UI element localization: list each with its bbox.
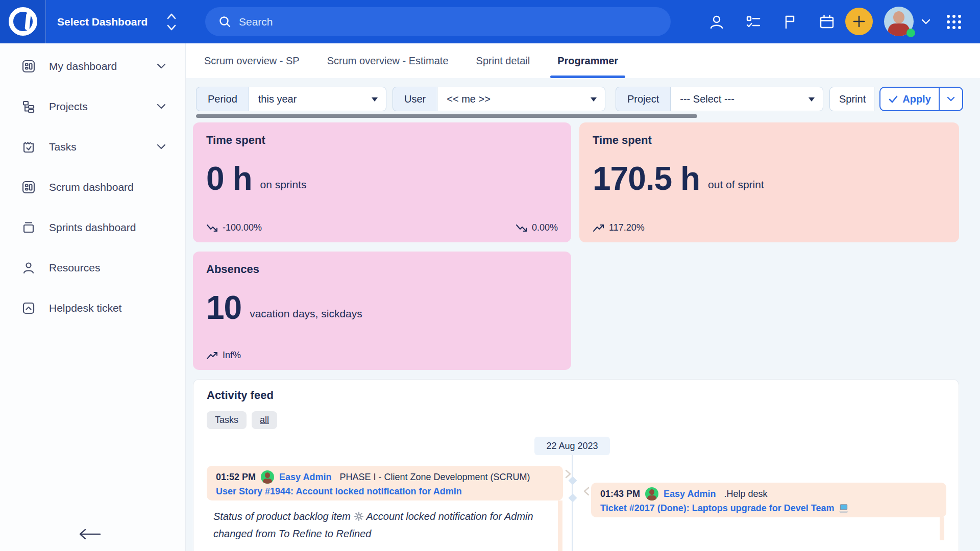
entry-avatar (261, 470, 274, 484)
tab-scrum-overview-estimate[interactable]: Scrum overview - Estimate (325, 43, 451, 78)
trend-indicator: Inf% (206, 350, 241, 361)
card-caption: out of sprint (708, 179, 764, 195)
entry-issue-link[interactable]: Ticket #2017 (Done): Laptops upgrade for… (600, 503, 937, 514)
card-title: Time spent (593, 134, 946, 147)
project-filter: Project --- Select --- (616, 87, 823, 111)
timeline-line (572, 454, 573, 551)
sprint-filter-label: Sprint (829, 87, 874, 111)
dashboard-icon (21, 59, 36, 73)
user-filter-select[interactable]: << me >> (437, 87, 605, 111)
trend-up-icon (593, 223, 606, 233)
card-title: Time spent (206, 134, 558, 147)
caret-down-icon (591, 97, 597, 102)
chip-tasks[interactable]: Tasks (207, 411, 247, 429)
card-value: 0 h (206, 162, 252, 195)
dashboard-selector[interactable]: Select Dashboard (57, 0, 148, 43)
sidebar-item-label: Helpdesk ticket (49, 302, 121, 314)
sidebar-item-label: My dashboard (49, 60, 117, 72)
online-status-dot (906, 29, 915, 37)
search-input[interactable] (239, 16, 596, 28)
tab-programmer[interactable]: Programmer (555, 43, 620, 78)
archive-icon (21, 220, 36, 235)
sidebar-item-helpdesk-ticket[interactable]: Helpdesk ticket (0, 291, 185, 324)
chevron-down-icon[interactable] (157, 144, 166, 150)
entry-time: 01:52 PM (216, 472, 256, 483)
period-filter-label: Period (196, 87, 249, 111)
sidebar-item-sprints-dashboard[interactable]: Sprints dashboard (0, 211, 185, 244)
dashboard-tabs: Scrum overview - SP Scrum overview - Est… (186, 43, 980, 78)
chevron-down-icon (947, 96, 955, 102)
project-filter-value: --- Select --- (680, 93, 734, 105)
check-icon (888, 94, 898, 104)
trend-down-icon (206, 223, 219, 233)
search-bar[interactable] (205, 7, 671, 36)
trend-down-icon (516, 223, 529, 233)
search-icon (218, 15, 232, 29)
collapse-sidebar-icon[interactable] (77, 528, 102, 541)
sidebar-item-label: Tasks (49, 141, 77, 153)
time-spent-sprints-card: Time spent 0 h on sprints -100.00% 0.00% (193, 122, 571, 242)
apply-options-button[interactable] (939, 88, 962, 110)
card-value: 10 (206, 291, 241, 324)
trend-indicator: 0.00% (516, 222, 558, 233)
tab-sprint-detail[interactable]: Sprint detail (474, 43, 532, 78)
dashboard-sort-icon[interactable] (166, 12, 177, 32)
apply-button-label: Apply (902, 93, 931, 105)
card-caption: vacation days, sickdays (250, 308, 362, 324)
entry-issue-link[interactable]: User Story #1944: Account locked notific… (216, 486, 554, 497)
period-filter: Period this year (196, 87, 386, 111)
entry-context: PHASE I - Client Zone Development (SCRUM… (339, 472, 530, 483)
activity-entry[interactable]: 01:43 PM Easy Admin .Help desk Ticket #2… (591, 483, 946, 517)
sidebar-item-resources[interactable]: Resources (0, 251, 185, 284)
calendar-icon[interactable] (819, 14, 835, 30)
app-logo[interactable] (0, 0, 46, 43)
entry-pointer-right-icon (565, 469, 571, 479)
sidebar-item-scrum-dashboard[interactable]: Scrum dashboard (0, 170, 185, 204)
activity-feed-card: Activity feed Tasks all 22 Aug 2023 01:5… (193, 379, 959, 551)
entry-time: 01:43 PM (600, 489, 640, 499)
sidebar-item-label: Sprints dashboard (49, 221, 136, 234)
add-button[interactable] (845, 8, 873, 35)
chevron-down-icon[interactable] (157, 63, 166, 69)
card-value: 170.5 h (593, 162, 700, 195)
helpdesk-icon (21, 301, 36, 315)
entry-user-link[interactable]: Easy Admin (279, 472, 331, 483)
dashboard-selector-label: Select Dashboard (57, 16, 148, 28)
user-filter-value: << me >> (447, 93, 491, 105)
trend-indicator: -100.00% (206, 222, 262, 233)
filters-horizontal-scrollbar[interactable] (196, 114, 697, 118)
timeline-node (569, 494, 577, 503)
chip-all[interactable]: all (252, 411, 277, 429)
apps-grid-icon[interactable] (945, 13, 963, 31)
trend-indicator: 117.20% (593, 222, 645, 233)
sidebar-item-my-dashboard[interactable]: My dashboard (0, 49, 185, 83)
chevron-down-icon[interactable] (157, 104, 166, 110)
entry-body: Status of product backlog item Account l… (209, 500, 562, 551)
user-icon[interactable] (708, 14, 725, 30)
sidebar-item-tasks[interactable]: Tasks (0, 130, 185, 163)
sidebar-item-projects[interactable]: Projects (0, 90, 185, 123)
tab-scrum-overview-sp[interactable]: Scrum overview - SP (202, 43, 302, 78)
apply-button[interactable]: Apply (879, 87, 963, 111)
dashboard-icon (21, 180, 36, 194)
activity-entry[interactable]: 01:52 PM Easy Admin PHASE I - Client Zon… (207, 466, 563, 500)
period-filter-value: this year (258, 93, 297, 105)
project-filter-select[interactable]: --- Select --- (670, 87, 823, 111)
avatar-chevron-down-icon[interactable] (921, 18, 931, 26)
caret-down-icon (372, 97, 378, 102)
flag-icon[interactable] (782, 14, 798, 30)
entry-avatar (645, 487, 658, 500)
project-filter-label: Project (616, 87, 670, 111)
gear-icon (354, 511, 364, 521)
checklist-icon[interactable] (745, 14, 762, 30)
date-badge: 22 Aug 2023 (534, 437, 610, 455)
period-filter-select[interactable]: this year (249, 87, 386, 111)
time-spent-out-of-sprint-card: Time spent 170.5 h out of sprint 117.20% (579, 122, 959, 242)
entry-context: .Help desk (724, 489, 767, 499)
entry-user-link[interactable]: Easy Admin (664, 489, 716, 499)
activity-feed-title: Activity feed (207, 389, 274, 402)
top-bar: Select Dashboard (0, 0, 980, 43)
sidebar: My dashboard Projects Tasks Scrum dashbo… (0, 43, 186, 551)
trend-up-icon (206, 350, 219, 361)
projects-icon (21, 99, 36, 114)
